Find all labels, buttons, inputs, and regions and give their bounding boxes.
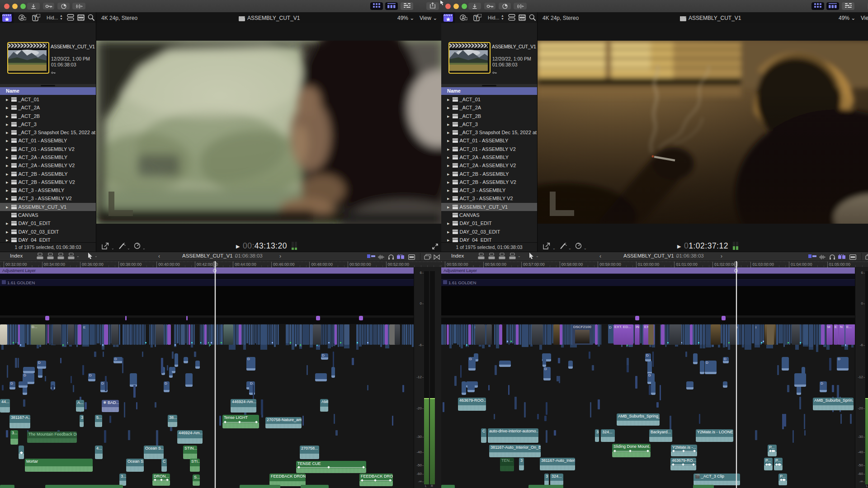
svg-text:T: T [34,16,37,21]
svg-text:T: T [475,16,478,21]
